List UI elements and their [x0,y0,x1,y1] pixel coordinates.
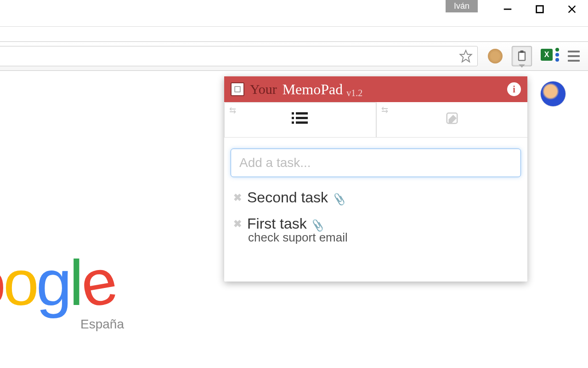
svg-rect-14 [292,121,294,124]
bookmark-star-icon[interactable] [459,49,473,63]
task-item[interactable]: ✖ Second task 📎 [231,189,521,206]
memopad-tabs: ⇆ ⇆ [224,102,527,138]
info-button[interactable]: i [507,82,521,96]
svg-rect-7 [520,51,524,53]
google-region-label: España [80,317,124,332]
edit-icon [445,111,459,128]
memopad-header: Your MemoPad v1.2 i [224,76,527,102]
window-titlebar: Iván [0,0,588,27]
window-close[interactable] [556,0,588,18]
svg-rect-1 [537,6,543,13]
svg-rect-12 [292,117,294,119]
browser-toolbar: X [0,41,588,71]
maximize-icon [535,4,545,14]
delete-task-icon[interactable]: ✖ [233,218,242,230]
memopad-logo-icon [231,82,244,96]
memopad-title-word2: MemoPad [283,81,343,98]
swap-icon: ⇆ [381,105,388,115]
memopad-popup: Your MemoPad v1.2 i ⇆ ⇆ [224,76,527,282]
memopad-title-word1: Your [250,81,277,97]
tab-list[interactable]: ⇆ [224,102,376,137]
excel-extension-icon[interactable]: X [540,48,557,64]
attachment-icon[interactable]: 📎 [332,192,346,206]
svg-rect-10 [292,112,294,115]
google-logo: oogle [0,246,114,320]
svg-rect-9 [235,87,240,92]
extension-tray: X [481,46,588,66]
task-title: First task [247,215,307,232]
google-account-avatar[interactable] [540,81,566,107]
task-subtitle: check suport email [248,230,521,245]
address-bar[interactable] [0,46,478,66]
list-icon [292,111,308,129]
minimize-icon [503,4,513,14]
attachment-icon[interactable]: 📎 [311,218,325,232]
task-title: Second task [247,189,328,206]
task-list: ✖ Second task 📎 ✖ First task 📎 [231,189,521,245]
svg-rect-6 [519,53,525,60]
swap-icon: ⇆ [229,105,236,115]
profile-chip[interactable]: Iván [446,0,478,12]
svg-marker-4 [460,51,472,62]
svg-rect-15 [296,121,308,124]
clipboard-icon [515,50,528,63]
page-content: oogle España Your MemoPad v1.2 i ⇆ [0,71,588,368]
window-minimize[interactable] [492,0,524,18]
tab-notes[interactable]: ⇆ [376,102,528,137]
memopad-extension-icon[interactable] [512,46,532,66]
svg-rect-11 [296,112,308,115]
close-icon [567,4,577,14]
window-maximize[interactable] [524,0,556,18]
memopad-version: v1.2 [346,88,362,102]
browser-menu-icon[interactable] [565,51,582,62]
cookie-extension-icon[interactable] [487,48,503,64]
memopad-body: ✖ Second task 📎 ✖ First task 📎 [224,138,527,282]
task-item[interactable]: ✖ First task 📎 check suport email [231,215,521,245]
delete-task-icon[interactable]: ✖ [233,192,242,204]
add-task-input[interactable] [231,149,521,177]
svg-rect-13 [296,117,308,119]
